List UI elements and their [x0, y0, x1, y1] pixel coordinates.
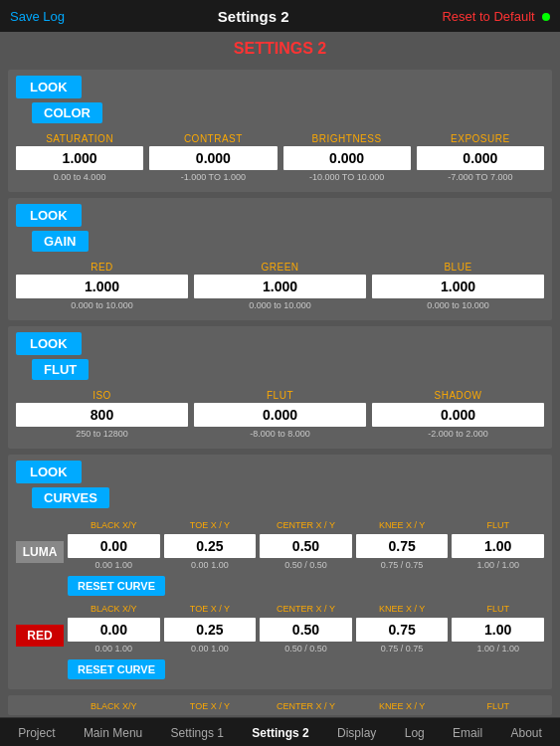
- luma-center-input[interactable]: [260, 534, 352, 558]
- col-black-xy: BLACK X/Y: [68, 520, 160, 530]
- curves-sub-label: CURVES: [32, 487, 109, 508]
- shadow-input[interactable]: [372, 403, 544, 427]
- red-flut-field: 1.00 / 1.00: [452, 618, 544, 653]
- reset-default-button[interactable]: Reset to Default: [442, 9, 550, 24]
- gain-field-row: RED 0.000 to 10.000 GREEN 0.000 to 10.00…: [16, 262, 544, 310]
- nav-email[interactable]: Email: [453, 726, 482, 740]
- nav-settings1[interactable]: Settings 1: [171, 726, 224, 740]
- red-flut-range: 1.00 / 1.00: [452, 644, 544, 653]
- bottom-navigation: Project Main Menu Settings 1 Settings 2 …: [0, 717, 560, 746]
- flut-val-range: -8.000 to 8.000: [194, 429, 366, 439]
- red-col-knee-xy: KNEE X / Y: [356, 604, 449, 614]
- flut-val-input[interactable]: [194, 403, 366, 427]
- partial-col-knee-xy: KNEE X / Y: [356, 701, 449, 711]
- save-log-button[interactable]: Save Log: [10, 9, 65, 24]
- luma-black-range: 0.00 1.00: [68, 560, 160, 570]
- partial-col-center-xy: CENTER X / Y: [260, 701, 352, 711]
- gain-section: LOOK GAIN RED 0.000 to 10.000 GREEN 0.00…: [8, 198, 552, 320]
- partial-col-black-xy: BLACK X/Y: [68, 701, 160, 711]
- iso-label: ISO: [16, 390, 188, 401]
- red-knee-input[interactable]: [356, 618, 449, 642]
- red-label: RED: [16, 262, 188, 273]
- nav-project[interactable]: Project: [18, 726, 55, 740]
- red-black-input[interactable]: [68, 618, 160, 642]
- contrast-group: CONTRAST -1.000 TO 1.000: [149, 133, 277, 182]
- luma-knee-input[interactable]: [356, 534, 449, 558]
- blue-input[interactable]: [372, 275, 544, 298]
- blue-group: BLUE 0.000 to 10.000: [372, 262, 544, 310]
- look-button-color[interactable]: LOOK: [16, 76, 82, 98]
- main-content: SETTINGS 2 LOOK COLOR SATURATION 0.00 to…: [0, 32, 560, 746]
- nav-main-menu[interactable]: Main Menu: [84, 726, 142, 740]
- red-black-field: 0.00 1.00: [68, 618, 160, 653]
- red-col-headers: BLACK X/Y TOE X / Y CENTER X / Y KNEE X …: [68, 604, 544, 614]
- luma-black-field: 0.00 1.00: [68, 534, 160, 570]
- reset-curve-luma-button[interactable]: RESET CURVE: [68, 576, 165, 596]
- color-section: LOOK COLOR SATURATION 0.00 to 4.000 CONT…: [8, 70, 552, 192]
- luma-center-range: 0.50 / 0.50: [260, 560, 352, 570]
- saturation-input[interactable]: [16, 146, 143, 170]
- color-sub-label: COLOR: [32, 102, 102, 123]
- iso-input[interactable]: [16, 403, 188, 427]
- flut-field-row: ISO 250 to 12800 FLUT -8.000 to 8.000 SH…: [16, 390, 544, 439]
- brightness-range: -10.000 TO 10.000: [283, 172, 411, 182]
- exposure-group: EXPOSURE -7.000 TO 7.000: [417, 133, 544, 182]
- luma-flut-input[interactable]: [452, 534, 544, 558]
- exposure-range: -7.000 TO 7.000: [417, 172, 544, 182]
- luma-fields: 0.00 1.00 0.00 1.00 0.50 / 0.50 0.75 / 0…: [68, 534, 544, 570]
- red-toe-field: 0.00 1.00: [164, 618, 257, 653]
- exposure-input[interactable]: [417, 146, 544, 170]
- red-center-range: 0.50 / 0.50: [260, 644, 352, 653]
- luma-flut-field: 1.00 / 1.00: [452, 534, 544, 570]
- partial-curves-section: BLACK X/Y TOE X / Y CENTER X / Y KNEE X …: [8, 695, 552, 715]
- curves-col-headers: BLACK X/Y TOE X / Y CENTER X / Y KNEE X …: [68, 520, 544, 530]
- blue-label: BLUE: [372, 262, 544, 273]
- red-row: RED 0.00 1.00 0.00 1.00 0.50 / 0.50 0.75…: [16, 618, 544, 653]
- luma-knee-range: 0.75 / 0.75: [356, 560, 449, 570]
- red-center-field: 0.50 / 0.50: [260, 618, 352, 653]
- top-bar: Save Log Settings 2 Reset to Default: [0, 0, 560, 32]
- red-input[interactable]: [16, 275, 188, 298]
- red-range: 0.000 to 10.000: [16, 300, 188, 310]
- red-black-range: 0.00 1.00: [68, 644, 160, 653]
- iso-range: 250 to 12800: [16, 429, 188, 439]
- nav-display[interactable]: Display: [337, 726, 376, 740]
- saturation-label: SATURATION: [16, 133, 143, 144]
- col-flut: FLUT: [452, 520, 544, 530]
- iso-group: ISO 250 to 12800: [16, 390, 188, 439]
- red-row-label: RED: [16, 625, 64, 647]
- look-button-curves[interactable]: LOOK: [16, 461, 82, 483]
- green-input[interactable]: [194, 275, 366, 298]
- red-knee-field: 0.75 / 0.75: [356, 618, 449, 653]
- nav-about[interactable]: About: [510, 726, 541, 740]
- luma-flut-range: 1.00 / 1.00: [452, 560, 544, 570]
- contrast-input[interactable]: [149, 146, 277, 170]
- red-col-center-xy: CENTER X / Y: [260, 604, 352, 614]
- exposure-label: EXPOSURE: [417, 133, 544, 144]
- look-button-flut[interactable]: LOOK: [16, 332, 82, 355]
- look-button-gain[interactable]: LOOK: [16, 204, 82, 227]
- shadow-range: -2.000 to 2.000: [372, 429, 544, 439]
- red-fields: 0.00 1.00 0.00 1.00 0.50 / 0.50 0.75 / 0…: [68, 618, 544, 653]
- nav-log[interactable]: Log: [405, 726, 425, 740]
- partial-col-flut: FLUT: [452, 701, 544, 711]
- luma-black-input[interactable]: [68, 534, 160, 558]
- blue-range: 0.000 to 10.000: [372, 300, 544, 310]
- partial-col-toe-xy: TOE X / Y: [164, 701, 257, 711]
- luma-label: LUMA: [16, 541, 64, 563]
- luma-toe-field: 0.00 1.00: [164, 534, 257, 570]
- red-group: RED 0.000 to 10.000: [16, 262, 188, 310]
- reset-curve-red-button[interactable]: RESET CURVE: [68, 659, 165, 679]
- saturation-range: 0.00 to 4.000: [16, 172, 143, 182]
- luma-toe-input[interactable]: [164, 534, 257, 558]
- red-toe-input[interactable]: [164, 618, 257, 642]
- red-center-input[interactable]: [260, 618, 352, 642]
- red-toe-range: 0.00 1.00: [164, 644, 257, 653]
- nav-settings2[interactable]: Settings 2: [252, 726, 308, 740]
- green-range: 0.000 to 10.000: [194, 300, 366, 310]
- red-flut-input[interactable]: [452, 618, 544, 642]
- brightness-input[interactable]: [283, 146, 411, 170]
- status-indicator: [542, 13, 550, 21]
- shadow-group: SHADOW -2.000 to 2.000: [372, 390, 544, 439]
- red-col-flut: FLUT: [452, 604, 544, 614]
